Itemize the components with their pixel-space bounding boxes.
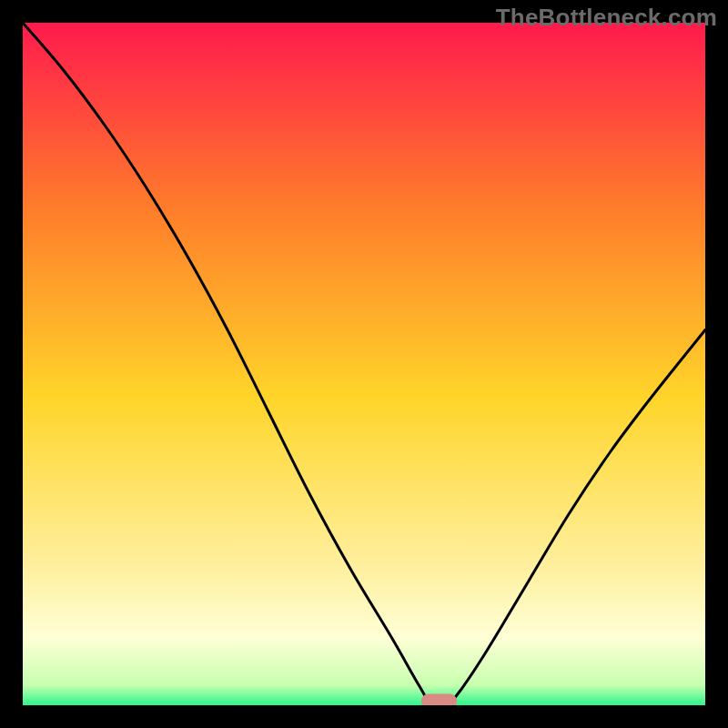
chart-frame: TheBottleneck.com: [0, 0, 728, 728]
gradient-background: [23, 23, 705, 705]
plot-svg: [23, 23, 705, 705]
optimal-marker: [422, 694, 457, 705]
plot-area: [23, 23, 705, 705]
watermark-text: TheBottleneck.com: [496, 4, 717, 32]
